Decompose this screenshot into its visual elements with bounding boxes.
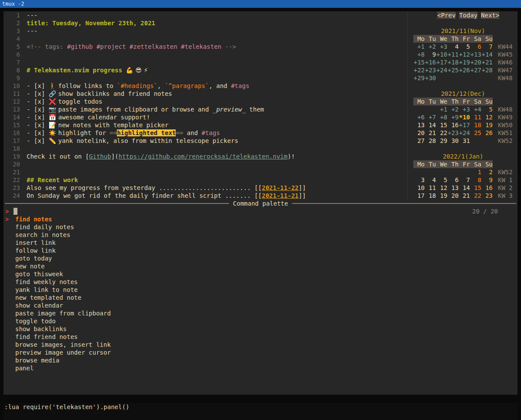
palette-item[interactable]: insert link xyxy=(3,239,518,247)
calendar-day[interactable]: 19 xyxy=(436,192,447,200)
palette-item[interactable]: show calendar xyxy=(3,301,518,309)
command-line[interactable]: :lua require('telekasten').panel() xyxy=(3,403,518,411)
calendar-day[interactable]: +4 xyxy=(470,105,481,113)
palette-item[interactable]: search in notes xyxy=(3,231,518,239)
calendar-day[interactable]: +30 xyxy=(425,74,436,82)
calendar-day[interactable]: 16 xyxy=(447,121,459,129)
calendar-day[interactable]: 26 xyxy=(481,129,493,137)
calendar-day[interactable]: +18 xyxy=(447,58,459,66)
calendar-day[interactable]: +12 xyxy=(459,51,470,58)
editor-line[interactable]: 17- [x] ✏️ yank notelink, also from with… xyxy=(3,137,407,145)
editor-line[interactable]: 8# Telekasten.nvim progress 💪 😎 ⚡ xyxy=(3,66,407,74)
calendar-day[interactable]: +17 xyxy=(436,58,447,66)
calendar-day[interactable]: 30 xyxy=(447,137,459,145)
palette-item[interactable]: >find notes xyxy=(3,215,518,223)
calendar-day[interactable]: +13 xyxy=(470,51,481,58)
calendar-day[interactable]: +10 xyxy=(436,51,447,58)
calendar-day[interactable]: 9 xyxy=(425,51,436,58)
calendar-day[interactable]: 27 xyxy=(413,137,425,145)
palette-item[interactable]: show backlinks xyxy=(3,325,518,333)
calendar-day[interactable]: +15 xyxy=(413,58,425,66)
calendar-day[interactable]: 25 xyxy=(470,129,481,137)
editor-line[interactable]: 10- [x] 🚶 follow links to `#headings`, `… xyxy=(3,82,407,90)
palette-item[interactable]: follow link xyxy=(3,247,518,254)
calendar-day[interactable]: 14 xyxy=(425,121,436,129)
calendar-day[interactable]: *10 xyxy=(459,113,470,121)
calendar-day[interactable]: 5 xyxy=(459,43,470,51)
calendar-day[interactable]: 20 xyxy=(447,192,459,200)
palette-item[interactable]: browse media xyxy=(3,356,518,364)
calendar-day[interactable]: 22 xyxy=(436,129,447,137)
palette-item[interactable]: paste image from clipboard xyxy=(3,309,518,317)
palette-item[interactable]: find weekly notes xyxy=(3,278,518,286)
editor-line[interactable]: 22## Recent work xyxy=(3,176,407,184)
calendar-day[interactable]: 18 xyxy=(425,192,436,200)
calendar-day[interactable]: +2 xyxy=(425,43,436,51)
editor-line[interactable]: 6 xyxy=(3,51,407,58)
palette-item[interactable]: new templated note xyxy=(3,294,518,301)
palette-item[interactable]: new note xyxy=(3,262,518,270)
palette-item[interactable]: goto thisweek xyxy=(3,270,518,278)
editor-line[interactable]: 3--- xyxy=(3,27,407,35)
calendar-day[interactable]: 22 xyxy=(470,192,481,200)
calendar-day[interactable]: 11 xyxy=(425,184,436,192)
calendar-day[interactable]: +6 xyxy=(413,113,425,121)
calendar-day[interactable]: 1 xyxy=(470,168,481,176)
calendar-day[interactable]: 4 xyxy=(425,176,436,184)
calendar-day[interactable]: +22 xyxy=(413,66,425,74)
editor-line[interactable]: 14- [x] 📅 awesome calendar support! xyxy=(3,113,407,121)
calendar-day[interactable]: 12 xyxy=(481,113,493,121)
calendar-day[interactable]: 6 xyxy=(447,176,459,184)
calendar-day[interactable]: 15 xyxy=(436,121,447,129)
calendar-day[interactable]: 15 xyxy=(470,184,481,192)
calendar-day[interactable]: +3 xyxy=(436,43,447,51)
palette-item[interactable]: find daily notes xyxy=(3,223,518,231)
calendar-day[interactable]: 21 xyxy=(459,192,470,200)
calendar-day[interactable]: +1 xyxy=(436,105,447,113)
calendar-day[interactable]: 2 xyxy=(481,168,493,176)
calendar-day[interactable]: +2 xyxy=(447,105,459,113)
calendar-day[interactable]: +7 xyxy=(425,113,436,121)
next-button[interactable]: Next> xyxy=(481,12,499,19)
editor-line[interactable]: 1--- xyxy=(3,11,407,19)
editor-line[interactable]: 21 xyxy=(3,168,407,176)
editor-line[interactable]: 5<!-- tags: #github #project #zettelkast… xyxy=(3,43,407,51)
palette-prompt[interactable]: > 20 / 20 xyxy=(3,207,518,215)
calendar-day[interactable]: 28 xyxy=(425,137,436,145)
palette-item[interactable]: panel xyxy=(3,364,518,372)
calendar-day[interactable]: +8 xyxy=(413,51,425,58)
palette-item[interactable]: toggle todo xyxy=(3,317,518,325)
calendar-day[interactable]: +21 xyxy=(481,58,493,66)
calendar-day[interactable]: 7 xyxy=(459,176,470,184)
calendar-day[interactable]: +29 xyxy=(413,74,425,82)
calendar-day[interactable]: 14 xyxy=(459,184,470,192)
calendar-day[interactable]: 17 xyxy=(413,192,425,200)
editor-line[interactable]: 13- [x] 📷 paste images from clipboard or… xyxy=(3,105,407,113)
calendar-day[interactable]: +23 xyxy=(425,66,436,74)
calendar-day[interactable]: +24 xyxy=(436,66,447,74)
calendar-day[interactable]: +28 xyxy=(481,66,493,74)
calendar-day[interactable]: 21 xyxy=(425,129,436,137)
editor-line[interactable]: 20 xyxy=(3,160,407,168)
calendar-day[interactable]: +14 xyxy=(481,51,493,58)
calendar-day[interactable]: +23 xyxy=(447,129,459,137)
calendar-day[interactable]: 20 xyxy=(413,129,425,137)
editor-line[interactable]: 7 xyxy=(3,58,407,66)
calendar-day[interactable]: +19 xyxy=(459,58,470,66)
palette-item[interactable]: find friend notes xyxy=(3,333,518,341)
editor-line[interactable]: 19Check it out on [Github](https://githu… xyxy=(3,152,407,160)
editor-line[interactable]: 12- [x] ❌ toggle todos xyxy=(3,98,407,105)
calendar-day[interactable]: 31 xyxy=(459,137,470,145)
calendar-day[interactable]: 23 xyxy=(481,192,493,200)
calendar-day[interactable]: 5 xyxy=(436,176,447,184)
calendar-day[interactable]: +24 xyxy=(459,129,470,137)
editor-line[interactable]: 24On Sunday we got rid of the daily find… xyxy=(3,192,407,200)
calendar-day[interactable]: 8 xyxy=(470,176,481,184)
calendar-day[interactable]: +25 xyxy=(447,66,459,74)
editor-line[interactable]: 16- [x] ☀️ highlight for ==highlighted t… xyxy=(3,129,407,137)
editor-line[interactable]: 4 xyxy=(3,35,407,43)
calendar-day[interactable]: 9 xyxy=(481,176,493,184)
calendar-day[interactable]: 16 xyxy=(481,184,493,192)
calendar-day[interactable]: 6 xyxy=(470,43,481,51)
calendar-day[interactable]: 12 xyxy=(436,184,447,192)
